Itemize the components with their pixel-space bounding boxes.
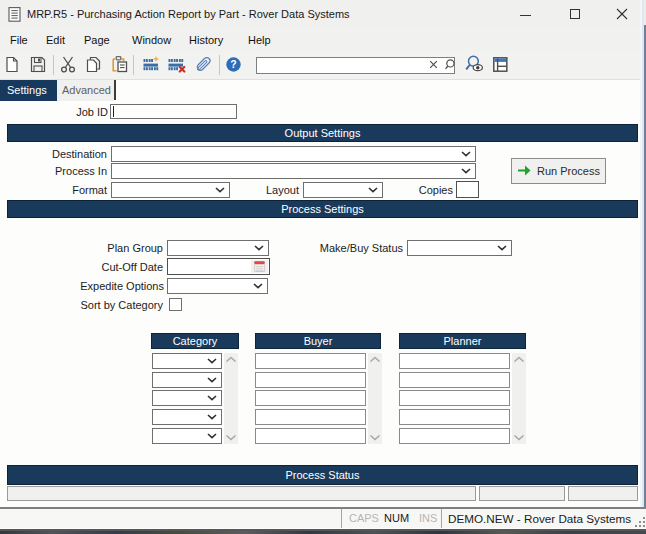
svg-text:?: ? [230, 58, 236, 70]
